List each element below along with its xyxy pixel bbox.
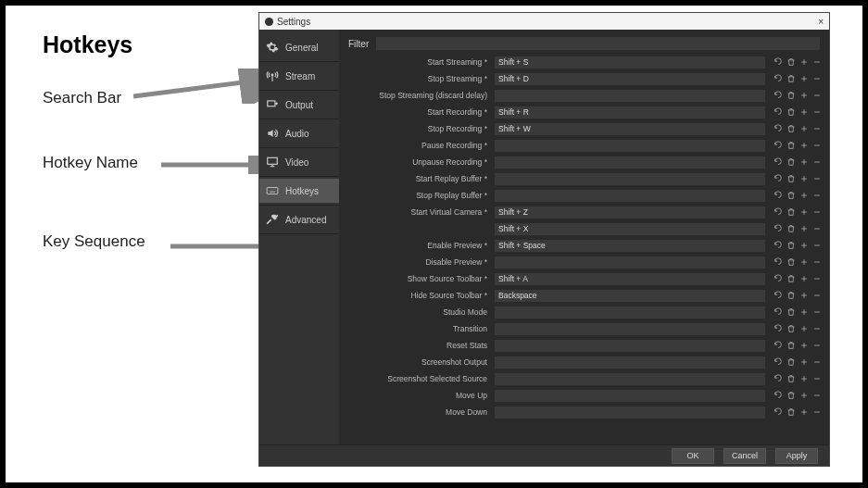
minus-icon[interactable] xyxy=(811,307,822,318)
plus-icon[interactable] xyxy=(799,374,809,384)
minus-icon[interactable] xyxy=(811,324,822,334)
minus-icon[interactable] xyxy=(811,207,822,218)
undo-icon[interactable] xyxy=(773,224,783,234)
filter-input[interactable] xyxy=(376,37,820,50)
undo-icon[interactable] xyxy=(773,307,783,318)
plus-icon[interactable] xyxy=(799,241,809,251)
undo-icon[interactable] xyxy=(773,341,783,351)
hotkey-input[interactable] xyxy=(495,190,765,202)
undo-icon[interactable] xyxy=(773,241,783,251)
undo-icon[interactable] xyxy=(773,191,783,201)
trash-icon[interactable] xyxy=(786,391,796,401)
hotkey-input[interactable] xyxy=(495,323,765,335)
trash-icon[interactable] xyxy=(786,291,796,301)
hotkey-input[interactable] xyxy=(495,257,765,269)
plus-icon[interactable] xyxy=(799,57,809,68)
hotkey-input[interactable] xyxy=(495,407,765,419)
undo-icon[interactable] xyxy=(773,274,783,284)
sidebar-item-video[interactable]: Video xyxy=(259,150,339,174)
plus-icon[interactable] xyxy=(799,307,809,318)
plus-icon[interactable] xyxy=(799,157,809,168)
undo-icon[interactable] xyxy=(773,357,783,368)
minus-icon[interactable] xyxy=(811,224,822,234)
hotkey-input[interactable] xyxy=(495,173,765,185)
close-button[interactable]: × xyxy=(818,17,824,27)
hotkey-input[interactable] xyxy=(495,73,765,85)
minus-icon[interactable] xyxy=(811,374,822,384)
trash-icon[interactable] xyxy=(786,157,796,168)
trash-icon[interactable] xyxy=(786,141,796,151)
undo-icon[interactable] xyxy=(773,74,783,84)
undo-icon[interactable] xyxy=(773,57,783,68)
hotkey-input[interactable] xyxy=(495,290,765,302)
trash-icon[interactable] xyxy=(786,274,796,284)
plus-icon[interactable] xyxy=(799,74,809,84)
plus-icon[interactable] xyxy=(799,124,809,134)
trash-icon[interactable] xyxy=(786,91,796,101)
plus-icon[interactable] xyxy=(799,91,809,101)
hotkey-input[interactable] xyxy=(495,56,765,69)
sidebar-item-audio[interactable]: Audio xyxy=(259,121,339,145)
minus-icon[interactable] xyxy=(811,291,822,301)
minus-icon[interactable] xyxy=(811,407,822,418)
undo-icon[interactable] xyxy=(773,157,783,168)
trash-icon[interactable] xyxy=(786,307,796,318)
hotkey-input[interactable] xyxy=(495,357,765,369)
undo-icon[interactable] xyxy=(773,391,783,401)
plus-icon[interactable] xyxy=(799,191,809,201)
undo-icon[interactable] xyxy=(773,324,783,334)
hotkey-input[interactable] xyxy=(495,373,765,385)
undo-icon[interactable] xyxy=(773,374,783,384)
sidebar-item-general[interactable]: General xyxy=(259,35,339,59)
trash-icon[interactable] xyxy=(786,357,796,368)
undo-icon[interactable] xyxy=(773,141,783,151)
cancel-button[interactable]: Cancel xyxy=(723,448,766,464)
trash-icon[interactable] xyxy=(786,257,796,268)
hotkey-input[interactable] xyxy=(495,90,765,102)
undo-icon[interactable] xyxy=(773,207,783,218)
trash-icon[interactable] xyxy=(786,374,796,384)
trash-icon[interactable] xyxy=(786,224,796,234)
hotkey-input[interactable] xyxy=(495,223,765,235)
minus-icon[interactable] xyxy=(811,174,822,184)
undo-icon[interactable] xyxy=(773,174,783,184)
trash-icon[interactable] xyxy=(786,241,796,251)
trash-icon[interactable] xyxy=(786,174,796,184)
trash-icon[interactable] xyxy=(786,107,796,118)
hotkey-input[interactable] xyxy=(495,156,765,169)
hotkey-input[interactable] xyxy=(495,390,765,402)
plus-icon[interactable] xyxy=(799,274,809,284)
trash-icon[interactable] xyxy=(786,124,796,134)
trash-icon[interactable] xyxy=(786,74,796,84)
plus-icon[interactable] xyxy=(799,324,809,334)
hotkey-input[interactable] xyxy=(495,140,765,152)
sidebar-item-output[interactable]: Output xyxy=(259,93,339,117)
undo-icon[interactable] xyxy=(773,107,783,118)
plus-icon[interactable] xyxy=(799,291,809,301)
trash-icon[interactable] xyxy=(786,341,796,351)
hotkey-input[interactable] xyxy=(495,106,765,119)
minus-icon[interactable] xyxy=(811,257,822,268)
plus-icon[interactable] xyxy=(799,407,809,418)
apply-button[interactable]: Apply xyxy=(775,448,818,464)
trash-icon[interactable] xyxy=(786,324,796,334)
minus-icon[interactable] xyxy=(811,357,822,368)
hotkey-input[interactable] xyxy=(495,340,765,352)
plus-icon[interactable] xyxy=(799,224,809,234)
minus-icon[interactable] xyxy=(811,391,822,401)
minus-icon[interactable] xyxy=(811,91,822,101)
undo-icon[interactable] xyxy=(773,407,783,418)
trash-icon[interactable] xyxy=(786,191,796,201)
undo-icon[interactable] xyxy=(773,124,783,134)
minus-icon[interactable] xyxy=(811,274,822,284)
hotkey-input[interactable] xyxy=(495,273,765,285)
hotkey-input[interactable] xyxy=(495,123,765,135)
trash-icon[interactable] xyxy=(786,57,796,68)
minus-icon[interactable] xyxy=(811,57,822,68)
plus-icon[interactable] xyxy=(799,257,809,268)
hotkey-input[interactable] xyxy=(495,206,765,219)
plus-icon[interactable] xyxy=(799,141,809,151)
hotkey-input[interactable] xyxy=(495,307,765,319)
sidebar-item-advanced[interactable]: Advanced xyxy=(259,207,339,231)
minus-icon[interactable] xyxy=(811,241,822,251)
